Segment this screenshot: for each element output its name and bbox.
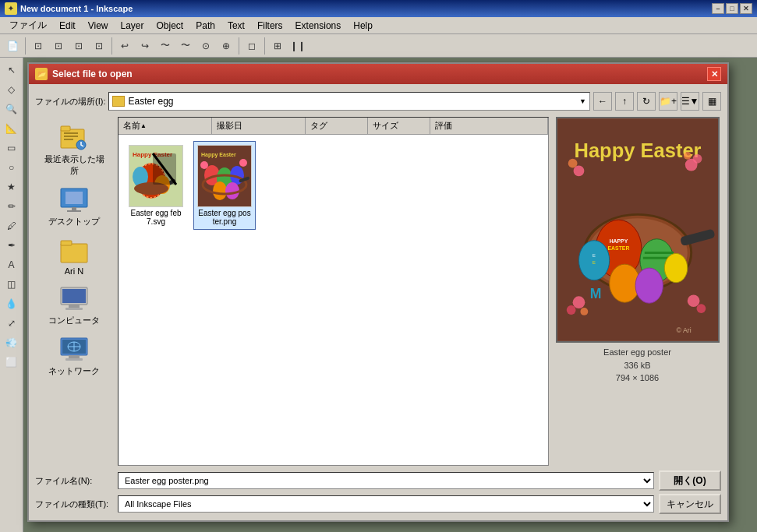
tb3[interactable]: ⊡ xyxy=(69,37,88,55)
network-icon xyxy=(58,336,90,364)
file-item-svg[interactable]: Happy Easter xyxy=(125,141,187,230)
tb2[interactable]: ⊡ xyxy=(49,37,68,55)
open-button[interactable]: 開く(O) xyxy=(659,470,721,491)
file-list-body: Happy Easter xyxy=(119,135,548,236)
circle-tool[interactable]: ○ xyxy=(2,158,21,177)
svg-rect-23 xyxy=(65,358,83,361)
filetype-row: ファイルの種類(T): All Inkscape Files キャンセル xyxy=(35,494,721,514)
recent-icon xyxy=(58,124,90,152)
gradient-tool[interactable]: ◫ xyxy=(2,275,21,294)
dropper-tool[interactable]: 💧 xyxy=(2,294,21,313)
svg-text:EASTER: EASTER xyxy=(607,245,629,251)
svg-point-71 xyxy=(696,304,706,313)
view-toggle-btn[interactable]: ▦ xyxy=(702,92,721,111)
menu-view[interactable]: View xyxy=(82,19,115,33)
menu-file[interactable]: ファイル xyxy=(3,17,53,33)
callig-tool[interactable]: ✒ xyxy=(2,236,21,255)
tb1[interactable]: ⊡ xyxy=(29,37,48,55)
menu-object[interactable]: Object xyxy=(150,19,190,33)
svg-point-48 xyxy=(692,154,702,164)
new-btn[interactable]: 📄 xyxy=(3,37,22,55)
text-tool[interactable]: A xyxy=(2,255,21,274)
svg-rect-1 xyxy=(61,126,70,131)
select-tool[interactable]: ↖ xyxy=(2,61,21,79)
col-date-header[interactable]: 撮影日 xyxy=(212,118,306,134)
file-list: 名前 撮影日 タグ サイズ 評価 xyxy=(118,117,549,466)
svg-point-39 xyxy=(213,181,227,200)
dialog-close-button[interactable]: ✕ xyxy=(707,67,721,81)
desktop-icon xyxy=(58,186,90,214)
minimize-button[interactable]: – xyxy=(712,3,724,14)
zoom-tool[interactable]: 🔍 xyxy=(2,100,21,118)
file-thumb-png: Happy Easter xyxy=(197,145,252,207)
nav-refresh-btn[interactable]: ↻ xyxy=(637,92,656,111)
svg-text:E: E xyxy=(593,260,596,265)
tb9[interactable]: ⊙ xyxy=(196,37,215,55)
spray-tool[interactable]: 💨 xyxy=(2,333,21,352)
nav-back-btn[interactable]: ← xyxy=(593,92,612,111)
eraser-tool[interactable]: ⬜ xyxy=(2,353,21,372)
menu-edit[interactable]: Edit xyxy=(53,19,82,33)
measure-tool[interactable]: 📐 xyxy=(2,119,21,138)
tb5[interactable]: ↩ xyxy=(115,37,134,55)
tb7[interactable]: 〜 xyxy=(156,37,175,55)
tb4[interactable]: ⊡ xyxy=(90,37,108,55)
filename-input[interactable]: Easter egg poster.png xyxy=(118,472,654,489)
dialog-title: Select file to open xyxy=(52,69,133,79)
node-tool[interactable]: ◇ xyxy=(2,80,21,99)
file-thumb-svg: Happy Easter xyxy=(129,145,183,207)
svg-text:E: E xyxy=(593,253,596,258)
pen-tool[interactable]: 🖊 xyxy=(2,217,21,235)
preview-image: Happy Easter xyxy=(556,117,720,343)
col-size-header[interactable]: サイズ xyxy=(368,118,430,134)
nav-desktop[interactable]: デスクトップ xyxy=(39,182,109,231)
nav-network[interactable]: ネットワーク xyxy=(39,332,109,381)
tb11[interactable]: ◻ xyxy=(242,37,261,55)
file1-name: Easter egg feb7.svg xyxy=(129,209,183,226)
svg-point-43 xyxy=(200,161,208,169)
svg-text:Happy Easter: Happy Easter xyxy=(201,152,236,158)
pencil-tool[interactable]: ✏ xyxy=(2,197,21,216)
view-menu-btn[interactable]: ☰▼ xyxy=(681,92,699,111)
menu-extensions[interactable]: Extensions xyxy=(289,19,348,33)
tb6[interactable]: ↪ xyxy=(136,37,154,55)
nav-up-btn[interactable]: ↑ xyxy=(615,92,634,111)
menu-filters[interactable]: Filters xyxy=(251,19,289,33)
col-tag-header[interactable]: タグ xyxy=(306,118,368,134)
toolbar-row-1: 📄 ⊡ ⊡ ⊡ ⊡ ↩ ↪ 〜 〜 ⊙ ⊕ ◻ ⊞ ❙❙ xyxy=(0,34,757,58)
location-value: Easter egg xyxy=(128,96,173,107)
svg-point-66 xyxy=(664,253,687,282)
menu-text[interactable]: Text xyxy=(221,19,251,33)
tb10[interactable]: ⊕ xyxy=(217,37,235,55)
tb12[interactable]: ⊞ xyxy=(268,37,287,55)
rect-tool[interactable]: ▭ xyxy=(2,139,21,157)
file-list-header: 名前 撮影日 タグ サイズ 評価 xyxy=(119,118,548,135)
menu-help[interactable]: Help xyxy=(347,19,379,33)
tb13[interactable]: ❙❙ xyxy=(288,37,307,55)
computer-icon xyxy=(58,285,90,313)
col-rating-header[interactable]: 評価 xyxy=(430,118,548,134)
star-tool[interactable]: ★ xyxy=(2,178,21,196)
nav-recent[interactable]: 最近表示した場所 xyxy=(39,120,109,181)
menu-path[interactable]: Path xyxy=(189,19,221,33)
col-name-header[interactable]: 名前 xyxy=(119,118,212,134)
file2-name: Easter egg poster.png xyxy=(197,209,252,226)
recent-label: 最近表示した場所 xyxy=(43,153,105,177)
filetype-select[interactable]: All Inkscape Files xyxy=(118,495,654,513)
nav-newfolder-btn[interactable]: 📁+ xyxy=(659,92,677,111)
location-input[interactable]: Easter egg ▼ xyxy=(108,92,590,111)
connector-tool[interactable]: ⤢ xyxy=(2,314,21,333)
tb8[interactable]: 〜 xyxy=(176,37,195,55)
preview-filesize: 336 kB xyxy=(603,359,671,372)
svg-point-40 xyxy=(225,182,239,199)
file-item-png[interactable]: Happy Easter xyxy=(193,141,256,230)
menu-layer[interactable]: Layer xyxy=(114,19,150,33)
folder-icon xyxy=(112,96,125,107)
close-button[interactable]: ✕ xyxy=(740,3,752,14)
nav-arini[interactable]: Ari N xyxy=(39,233,109,280)
cancel-button[interactable]: キャンセル xyxy=(659,494,721,514)
preview-dimensions: 794 × 1086 xyxy=(603,372,671,385)
nav-computer[interactable]: コンピュータ xyxy=(39,281,109,330)
dialog-body: ファイルの場所(I): Easter egg ▼ ← ↑ ↻ 📁+ ☰▼ ▦ xyxy=(29,84,727,520)
maximize-button[interactable]: □ xyxy=(726,3,738,14)
